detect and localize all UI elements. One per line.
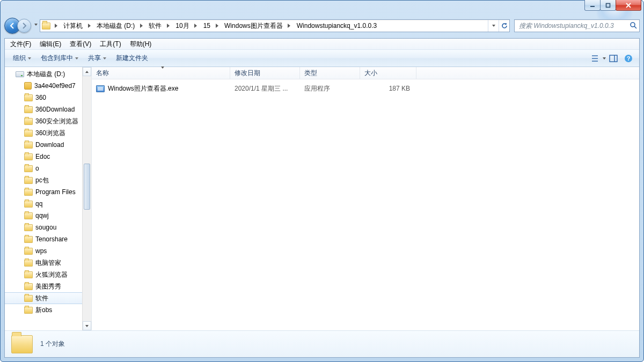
tree-folder[interactable]: o [5, 162, 91, 174]
tree-folder[interactable]: 360Download [5, 104, 91, 115]
chevron-right-icon[interactable] [164, 20, 172, 32]
tree-folder[interactable]: 3a4e40ef9ed7 [5, 80, 91, 92]
address-bar[interactable]: 计算机 本地磁盘 (D:) 软件 10月 15 Windows图片查看器 Win… [40, 19, 510, 32]
tree-folder[interactable]: qqwj [5, 210, 91, 221]
tree-label: Edoc [35, 153, 50, 160]
history-dropdown[interactable] [32, 21, 40, 28]
tree-folder[interactable]: 电脑管家 [5, 257, 91, 269]
address-end [488, 20, 509, 32]
col-date[interactable]: 修改日期 [230, 67, 300, 79]
tree-folder[interactable]: Download [5, 139, 91, 151]
folder-icon [24, 201, 33, 208]
scroll-down-icon[interactable] [83, 321, 91, 330]
tree-folder[interactable]: 火狐浏览器 [5, 269, 91, 280]
tree-label: o [35, 165, 39, 172]
col-name[interactable]: 名称 [92, 67, 230, 79]
address-dropdown[interactable] [488, 20, 499, 32]
new-folder-button[interactable]: 新建文件夹 [111, 52, 153, 64]
crumb-app[interactable]: Windows图片查看器 [221, 20, 286, 32]
tree-folder[interactable]: Tenorshare [5, 233, 91, 245]
application-icon [96, 85, 105, 92]
tree-label: 360安全浏览器 [35, 117, 78, 126]
folder-icon [24, 94, 33, 101]
tree-folder-selected[interactable]: 软件 [5, 292, 91, 304]
tree-label: 电脑管家 [35, 258, 61, 268]
crumb-soft[interactable]: 软件 [145, 20, 164, 32]
tree-folder[interactable]: 新obs [5, 304, 91, 316]
svg-rect-9 [610, 55, 617, 62]
status-bar: 1 个对象 [5, 330, 639, 357]
file-date: 2020/1/1 星期三 ... [230, 84, 300, 93]
tree-folder[interactable]: sougou [5, 221, 91, 233]
nav-history [4, 18, 35, 34]
tree-label: 火狐浏览器 [35, 270, 68, 279]
nav-scrollbar[interactable] [82, 67, 91, 330]
organize-button[interactable]: 组织 [8, 52, 36, 64]
tree-drive[interactable]: 本地磁盘 (D:) [5, 68, 91, 80]
tree-folder[interactable]: wps [5, 245, 91, 257]
chevron-right-icon[interactable] [52, 20, 60, 32]
search-input[interactable]: 搜索 Windowstupianckq_v1.0.0.3 [514, 19, 640, 32]
tree-folder[interactable]: pc包 [5, 174, 91, 186]
tree-label: 360浏览器 [35, 129, 65, 138]
scroll-thumb[interactable] [84, 164, 90, 210]
crumb-computer[interactable]: 计算机 [60, 20, 85, 32]
help-button[interactable]: ? [621, 50, 636, 67]
col-size[interactable]: 大小 [360, 67, 416, 79]
column-headers: 名称 修改日期 类型 大小 [92, 67, 639, 79]
tree-folder[interactable]: Program Files [5, 186, 91, 198]
folder-icon [24, 212, 33, 219]
menu-view[interactable]: 查看(V) [65, 39, 96, 50]
tree-label: 360 [35, 94, 46, 101]
menu-edit[interactable]: 编辑(E) [35, 39, 65, 50]
refresh-button[interactable] [499, 20, 509, 32]
chevron-right-icon[interactable] [213, 20, 221, 32]
file-type: 应用程序 [300, 84, 360, 93]
menu-tools[interactable]: 工具(T) [96, 39, 125, 50]
view-mode-button[interactable] [591, 50, 606, 67]
tree-folder[interactable]: Edoc [5, 151, 91, 162]
tree-folder[interactable]: 360安全浏览器 [5, 115, 91, 127]
share-button[interactable]: 共享 [83, 52, 111, 64]
share-label: 共享 [88, 54, 101, 63]
tree-folder[interactable]: 360 [5, 92, 91, 104]
crumb-version[interactable]: Windowstupianckq_v1.0.0.3 [293, 20, 379, 32]
folder-icon [24, 189, 33, 196]
tree-label: 360Download [35, 106, 75, 113]
tree-label: qqwj [35, 212, 49, 219]
preview-pane-button[interactable] [606, 50, 621, 67]
tree-folder[interactable]: qq [5, 198, 91, 210]
chevron-right-icon[interactable] [286, 20, 293, 32]
search-icon [630, 21, 637, 31]
list-item[interactable]: Windows照片查看器.exe 2020/1/1 星期三 ... 应用程序 1… [92, 83, 639, 94]
menu-bar: 文件(F) 编辑(E) 查看(V) 工具(T) 帮助(H) [5, 39, 639, 50]
chevron-down-icon [75, 57, 78, 60]
crumb-day[interactable]: 15 [200, 20, 213, 32]
chevron-right-icon[interactable] [85, 20, 93, 32]
tree-label: 美图秀秀 [35, 282, 61, 291]
menu-file[interactable]: 文件(F) [6, 39, 35, 50]
lock-icon [24, 82, 32, 90]
scroll-up-icon[interactable] [83, 67, 91, 76]
col-type[interactable]: 类型 [300, 67, 360, 79]
folder-icon [11, 335, 33, 353]
maximize-button[interactable] [600, 0, 616, 11]
tree-folder[interactable]: 美图秀秀 [5, 280, 91, 292]
window-controls [585, 0, 641, 11]
crumb-month[interactable]: 10月 [172, 20, 192, 32]
forward-button[interactable] [17, 19, 31, 33]
include-library-button[interactable]: 包含到库中 [36, 52, 83, 64]
tree-folder[interactable]: 360浏览器 [5, 127, 91, 139]
close-button[interactable] [616, 0, 641, 11]
chevron-right-icon[interactable] [137, 20, 145, 32]
folder-icon [24, 236, 33, 243]
tree-label: 3a4e40ef9ed7 [34, 82, 76, 90]
chevron-down-icon [603, 57, 606, 60]
minimize-button[interactable] [584, 0, 601, 11]
svg-line-5 [634, 26, 636, 28]
chevron-right-icon[interactable] [192, 20, 200, 32]
crumb-drive[interactable]: 本地磁盘 (D:) [93, 20, 137, 32]
search-placeholder: 搜索 Windowstupianckq_v1.0.0.3 [519, 21, 630, 31]
explorer-window: 计算机 本地磁盘 (D:) 软件 10月 15 Windows图片查看器 Win… [0, 0, 644, 362]
menu-help[interactable]: 帮助(H) [126, 39, 156, 50]
